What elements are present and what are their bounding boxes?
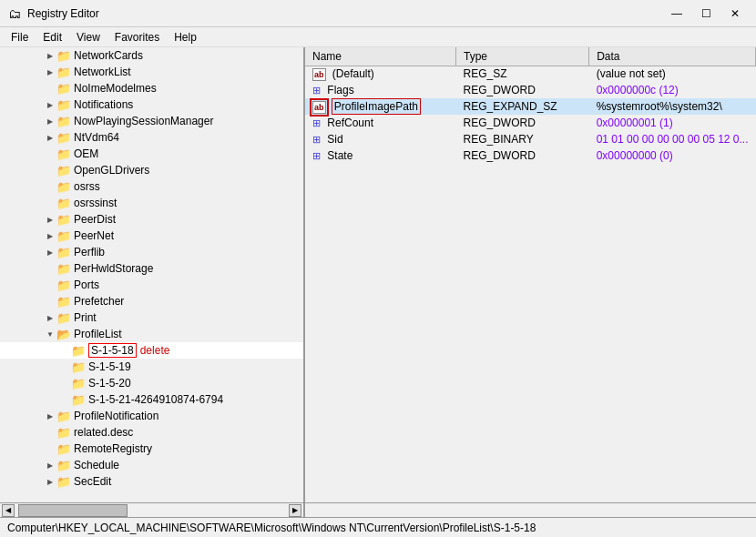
tree-item-prefetcher[interactable]: ▶ 📁 Prefetcher — [0, 293, 303, 309]
tree-item-osrssinst[interactable]: ▶ 📁 osrssinst — [0, 195, 303, 211]
tree-item-peernet[interactable]: ▶ 📁 PeerNet — [0, 228, 303, 244]
registry-panel-wrapper: Name Type Data ab (Default) REG_SZ — [305, 47, 756, 502]
folder-icon: 📁 — [56, 98, 71, 112]
tree-item-s-1-5-19[interactable]: ▶ 📁 S-1-5-19 — [0, 359, 303, 375]
folder-icon: 📁 — [56, 475, 71, 489]
col-name: Name — [305, 47, 456, 66]
tree-item-notifications[interactable]: ▶ 📁 Notifications — [0, 96, 303, 113]
tree-item-s-1-5-18[interactable]: ▶ 📁 S-1-5-18 delete — [0, 342, 303, 359]
folder-icon: 📁 — [56, 164, 71, 177]
folder-icon: 📁 — [56, 180, 71, 194]
col-data: Data — [589, 47, 756, 66]
expand-icon[interactable]: ▶ — [44, 134, 56, 142]
tree-item-print[interactable]: ▶ 📁 Print — [0, 309, 303, 326]
tree-item-remoteregistry[interactable]: ▶ 📁 RemoteRegistry — [0, 441, 303, 457]
menu-view[interactable]: View — [69, 29, 107, 46]
tree-item-s-1-5-21[interactable]: ▶ 📁 S-1-5-21-4264910874-6794 — [0, 391, 303, 408]
delete-label: delete — [140, 344, 170, 357]
table-row[interactable]: ⊞ Flags REG_DWORD 0x0000000c (12) — [305, 82, 756, 98]
reg-grid-icon: ⊞ — [312, 134, 321, 146]
minimize-button[interactable]: — — [663, 5, 690, 23]
reg-grid-icon: ⊞ — [312, 117, 321, 129]
reg-type: REG_SZ — [456, 66, 589, 82]
tree-item-s-1-5-20[interactable]: ▶ 📁 S-1-5-20 — [0, 375, 303, 391]
tree-item-related-desc[interactable]: ▶ 📁 related.desc — [0, 424, 303, 441]
expand-icon[interactable]: ▶ — [44, 117, 56, 126]
reg-data: (value not set) — [589, 66, 756, 82]
reg-name: ⊞ Sid — [305, 131, 456, 147]
menu-favorites[interactable]: Favorites — [107, 29, 167, 46]
tree-item-schedule[interactable]: ▶ 📁 Schedule — [0, 457, 303, 473]
menu-file[interactable]: File — [4, 29, 36, 46]
table-row[interactable]: ⊞ RefCount REG_DWORD 0x00000001 (1) — [305, 115, 756, 131]
folder-icon: 📁 — [56, 66, 71, 79]
tree-item-networklist[interactable]: ▶ 📁 NetworkList — [0, 64, 303, 80]
status-bar: Computer\HKEY_LOCAL_MACHINE\SOFTWARE\Mic… — [0, 517, 756, 537]
tree-item-perhwld[interactable]: ▶ 📁 PerHwldStorage — [0, 260, 303, 277]
reg-name: ⊞ RefCount — [305, 115, 456, 131]
maximize-button[interactable]: ☐ — [692, 5, 720, 23]
expand-icon[interactable]: ▶ — [44, 478, 56, 486]
reg-name: ⊞ Flags — [305, 82, 456, 98]
expand-icon[interactable]: ▶ — [44, 461, 56, 470]
folder-icon: 📁 — [56, 410, 71, 423]
tree-item-osrss[interactable]: ▶ 📁 osrss — [0, 178, 303, 195]
tree-item-peerdist[interactable]: ▶ 📁 PeerDist — [0, 211, 303, 228]
close-button[interactable]: ✕ — [721, 5, 749, 23]
tree-panel[interactable]: ▶ 📁 NetworkCards ▶ 📁 NetworkList ▶ 📁 NoI… — [0, 47, 303, 502]
folder-icon: 📁 — [56, 147, 71, 161]
folder-icon: 📁 — [56, 82, 71, 96]
reg-grid-icon: ⊞ — [312, 150, 321, 162]
folder-icon: 📁 — [56, 295, 71, 309]
reg-type: REG_EXPAND_SZ — [456, 98, 589, 115]
tree-item-noimemodelmes[interactable]: ▶ 📁 NoImeModelmes — [0, 80, 303, 96]
reg-grid-icon: ⊞ — [312, 85, 321, 96]
tree-item-ports[interactable]: ▶ 📁 Ports — [0, 277, 303, 293]
title-bar: 🗂 Registry Editor — ☐ ✕ — [0, 0, 756, 27]
tree-item-oem[interactable]: ▶ 📁 OEM — [0, 146, 303, 162]
tree-item-networkcards[interactable]: ▶ 📁 NetworkCards — [0, 47, 303, 64]
folder-icon: 📁 — [71, 393, 86, 407]
table-row-profileimagepath[interactable]: ab ProfileImagePath REG_EXPAND_SZ %syste… — [305, 98, 756, 115]
expand-icon[interactable]: ▶ — [44, 248, 56, 257]
status-path: Computer\HKEY_LOCAL_MACHINE\SOFTWARE\Mic… — [7, 522, 536, 534]
expand-icon[interactable]: ▶ — [44, 314, 56, 322]
col-type: Type — [456, 47, 589, 66]
reg-data: 0x00000000 (0) — [589, 147, 756, 164]
expand-icon[interactable]: ▶ — [44, 52, 56, 60]
reg-ab-icon: ab — [312, 68, 326, 81]
h-scroll-track-left — [15, 503, 289, 517]
reg-name: ab ProfileImagePath — [305, 98, 456, 115]
expand-icon[interactable]: ▶ — [44, 68, 56, 76]
reg-type: REG_DWORD — [456, 115, 589, 131]
tree-item-ntvdm64[interactable]: ▶ 📁 NtVdm64 — [0, 129, 303, 146]
expand-icon[interactable]: ▶ — [44, 216, 56, 224]
registry-panel[interactable]: Name Type Data ab (Default) REG_SZ — [305, 47, 756, 502]
expand-icon[interactable]: ▼ — [44, 330, 56, 339]
tree-item-profilelist[interactable]: ▼ 📂 ProfileList — [0, 326, 303, 342]
app-icon: 🗂 — [7, 6, 22, 21]
folder-icon: 📁 — [56, 459, 71, 472]
folder-icon: 📁 — [71, 377, 86, 390]
registry-table: Name Type Data ab (Default) REG_SZ — [305, 47, 756, 165]
h-scroll-btn-left[interactable]: ◀ — [2, 504, 15, 517]
expand-icon[interactable]: ▶ — [44, 232, 56, 240]
tree-item-secedit[interactable]: ▶ 📁 SecEdit — [0, 473, 303, 490]
h-scroll-thumb-left[interactable] — [18, 504, 128, 517]
h-scroll-btn-right[interactable]: ▶ — [289, 504, 301, 517]
menu-edit[interactable]: Edit — [36, 29, 69, 46]
folder-icon: 📁 — [56, 213, 71, 227]
tree-item-profilenotification[interactable]: ▶ 📁 ProfileNotification — [0, 408, 303, 424]
h-scroll-right — [305, 503, 756, 517]
folder-icon: 📂 — [56, 328, 71, 341]
tree-item-nowplaying[interactable]: ▶ 📁 NowPlayingSessionManager — [0, 113, 303, 129]
table-row[interactable]: ab (Default) REG_SZ (value not set) — [305, 66, 756, 82]
table-row-state[interactable]: ⊞ State REG_DWORD 0x00000000 (0) — [305, 147, 756, 164]
expand-icon[interactable]: ▶ — [44, 412, 56, 420]
tree-item-opengl[interactable]: ▶ 📁 OpenGLDrivers — [0, 162, 303, 178]
tree-panel-wrapper: ▶ 📁 NetworkCards ▶ 📁 NetworkList ▶ 📁 NoI… — [0, 47, 305, 502]
table-row[interactable]: ⊞ Sid REG_BINARY 01 01 00 00 00 00 00 05… — [305, 131, 756, 147]
menu-help[interactable]: Help — [167, 29, 204, 46]
tree-item-perflib[interactable]: ▶ 📁 Perflib — [0, 244, 303, 260]
expand-icon[interactable]: ▶ — [44, 101, 56, 109]
